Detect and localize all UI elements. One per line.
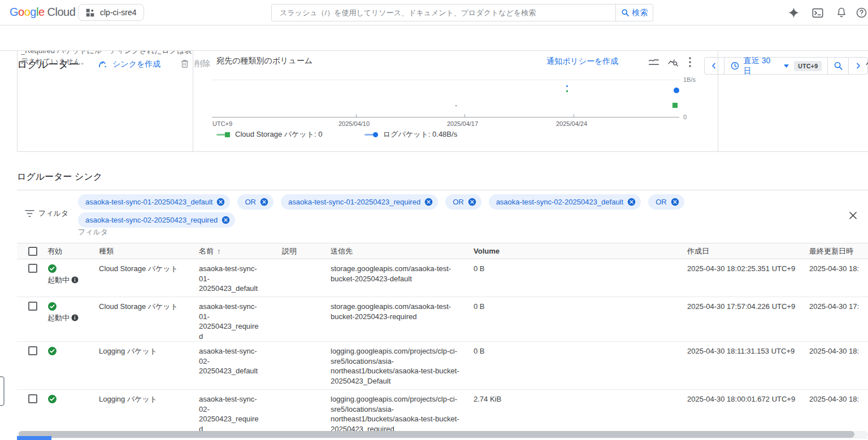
section-divider (17, 190, 868, 190)
filter-chip[interactable]: asaoka-test-sync-01-20250423_required (281, 194, 438, 210)
col-header-description[interactable]: 説明 (282, 243, 331, 259)
help-icon[interactable] (856, 7, 867, 19)
row-checkbox[interactable] (28, 264, 37, 273)
chip-remove-icon[interactable] (627, 198, 636, 206)
search-button[interactable]: 検索 (615, 5, 653, 21)
card-bottom-border (17, 151, 868, 152)
status-enabled-icon (47, 346, 57, 356)
zoom-out-button[interactable] (827, 58, 848, 74)
x-tick-label: 2025/04/24 (556, 120, 587, 127)
info-icon[interactable] (71, 314, 79, 321)
cell-name: asaoka-test-sync-01-20250423_required (199, 297, 282, 342)
filter-chip[interactable]: asaoka-test-sync-02-20250423_default (489, 194, 641, 210)
chart-x-axis (212, 117, 679, 117)
chart-point-small-green (566, 90, 568, 92)
x-tick-label: 2025/04/17 (447, 120, 478, 127)
horizontal-scrollbar-thumb[interactable] (19, 431, 854, 438)
col-header-volume[interactable]: Volume (474, 243, 687, 259)
search-input[interactable] (272, 5, 615, 21)
cloud-shell-icon[interactable] (811, 7, 824, 19)
legend-item-log-bucket: ログバケット: 0.48B/s (364, 129, 457, 140)
create-alert-policy-link[interactable]: 通知ポリシーを作成 (546, 56, 618, 67)
time-range-dropdown[interactable]: 直近 30 日 UTC+9 (724, 58, 828, 74)
chip-remove-icon[interactable] (424, 198, 433, 206)
y-min-label: 0 (683, 114, 687, 120)
status-enabled-icon (47, 264, 57, 273)
chart-point-small-blue (566, 85, 568, 87)
table-row[interactable]: 起動中 Cloud Storage バケット asaoka-test-sync-… (17, 259, 868, 297)
time-range-prev-button[interactable] (705, 58, 724, 74)
filter-chip-or[interactable]: OR (237, 194, 274, 210)
clipped-left-panel (0, 376, 5, 406)
filter-chip-or[interactable]: OR (445, 194, 481, 210)
table-row[interactable]: 起動中 Cloud Storage バケット asaoka-test-sync-… (17, 297, 868, 342)
notifications-icon[interactable] (836, 6, 847, 19)
chip-remove-icon[interactable] (216, 198, 225, 206)
table-header-row: 有効 種類 名前↑ 説明 送信先 Volume 作成日 最終更新日時 (17, 243, 868, 259)
filter-chips: asaoka-test-sync-01-20250423_default OR … (78, 194, 728, 228)
cell-volume: 0 B (474, 342, 687, 390)
google-logo-wordmark: Google (10, 6, 45, 19)
col-header-name[interactable]: 名前↑ (199, 243, 282, 259)
col-header-type[interactable]: 種類 (99, 243, 199, 259)
chevron-right-icon (854, 62, 862, 70)
chart-top-gridline (212, 80, 679, 80)
cell-volume: 0 B (474, 297, 687, 342)
cell-created: 2025-04-30 18:11:31.153 UTC+9 (687, 342, 809, 390)
filter-input-placeholder[interactable]: フィルタ (78, 227, 108, 237)
filter-chip-or[interactable]: OR (648, 194, 684, 210)
project-name: clp-ci-sre4 (100, 8, 137, 17)
status-label: 起動中 (47, 313, 70, 323)
sinks-section-title: ログルーター シンク (17, 171, 102, 183)
y-max-label: 1B/s (683, 76, 696, 83)
filter-chip[interactable]: asaoka-test-sync-01-20250423_default (78, 194, 230, 210)
chip-remove-icon[interactable] (260, 198, 268, 206)
chip-remove-icon[interactable] (468, 198, 476, 206)
axis-tick (574, 114, 574, 117)
filter-chip[interactable]: asaoka-test-sync-02-20250423_required (78, 212, 235, 228)
more-vert-icon[interactable] (689, 57, 691, 67)
cell-created: 2025-04-30 18:02:25.351 UTC+9 (687, 259, 809, 297)
legend-swatch-green (216, 132, 230, 137)
chip-remove-icon[interactable] (671, 198, 679, 206)
magnifier-icon (834, 61, 843, 71)
cell-destination: storage.googleapis.com/asaoka-test-bucke… (331, 297, 474, 342)
filter-label: フィルタ (38, 208, 68, 219)
col-header-updated[interactable]: 最終更新日時 (809, 243, 868, 259)
status-enabled-icon (47, 302, 57, 311)
project-selector[interactable]: clp-ci-sre4 (78, 4, 144, 21)
filter-icon (25, 210, 34, 217)
chip-remove-icon[interactable] (222, 216, 230, 224)
legend-swatch-blue (364, 132, 378, 137)
sort-ascending-icon: ↑ (217, 247, 221, 255)
col-header-enabled[interactable]: 有効 (47, 243, 99, 259)
chart-point-log-bucket (674, 88, 679, 93)
close-icon (848, 210, 858, 221)
google-cloud-logo: Google Cloud (10, 6, 75, 19)
x-tick-label: 2025/04/10 (338, 120, 370, 127)
filter-button[interactable]: フィルタ (25, 208, 68, 219)
table-row[interactable]: Logging バケット asaoka-test-sync-02-2025042… (17, 342, 868, 390)
row-checkbox[interactable] (28, 346, 37, 355)
cell-volume: 0 B (474, 259, 687, 297)
select-all-checkbox[interactable] (28, 247, 37, 256)
col-header-created[interactable]: 作成日 (687, 243, 809, 259)
cell-updated: 2025-04-30 17: (809, 297, 868, 342)
x-label-timezone: UTC+9 (212, 120, 232, 127)
gemini-icon[interactable] (788, 7, 800, 19)
project-icon (85, 8, 95, 18)
clear-filter-button[interactable] (848, 210, 858, 221)
info-icon[interactable] (71, 276, 79, 284)
row-checkbox[interactable] (28, 302, 37, 311)
stacked-lines-icon[interactable] (648, 58, 660, 67)
card-left-border (17, 51, 18, 151)
col-header-destination[interactable]: 送信先 (331, 243, 474, 259)
cell-updated: 2025-04-30 18: (809, 342, 868, 390)
clipped-toolbar-icon[interactable] (863, 59, 868, 71)
explore-data-icon[interactable] (667, 57, 679, 68)
search-icon (621, 8, 630, 17)
row-checkbox[interactable] (28, 394, 37, 403)
cell-name: asaoka-test-sync-02-20250423_default (199, 342, 282, 390)
cell-updated: 2025-04-30 18: (809, 259, 868, 297)
cell-type: Logging バケット (99, 342, 199, 390)
